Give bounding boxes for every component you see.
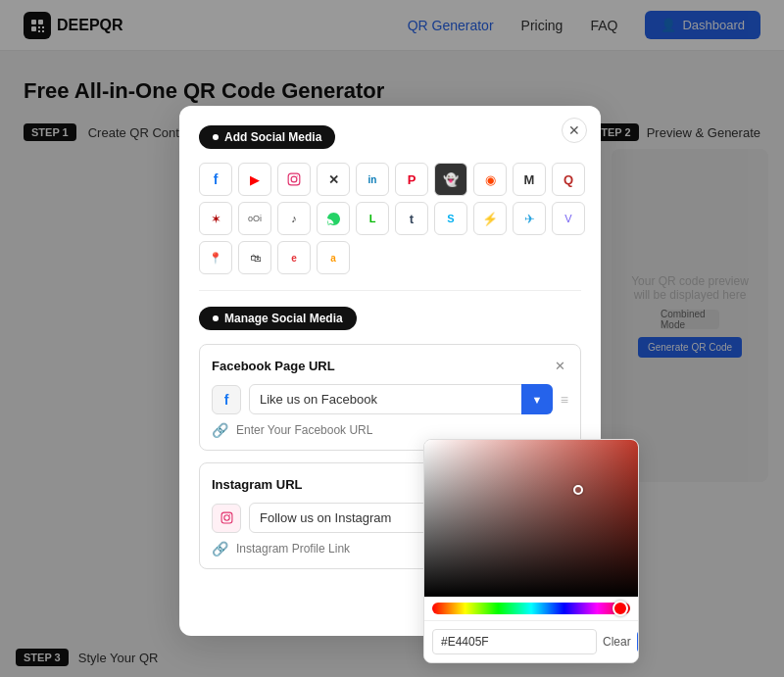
- svg-point-8: [291, 176, 297, 182]
- color-hex-input[interactable]: [432, 629, 597, 654]
- social-twitch-btn[interactable]: ⚡: [473, 202, 507, 235]
- social-x-btn[interactable]: ✕: [317, 163, 350, 196]
- facebook-select-wrapper: Like us on Facebook ▼: [249, 384, 553, 414]
- facebook-link-icon: 🔗: [212, 422, 228, 438]
- social-telegram-btn[interactable]: ✈: [513, 202, 546, 235]
- facebook-card-title: Facebook Page URL: [212, 359, 335, 373]
- header-dot: [213, 134, 219, 140]
- facebook-card-close[interactable]: ✕: [551, 357, 568, 374]
- facebook-drag-handle[interactable]: ≡: [561, 392, 568, 408]
- add-social-header: Add Social Media: [199, 125, 335, 149]
- instagram-link-icon: 🔗: [212, 541, 228, 556]
- svg-rect-7: [288, 173, 300, 185]
- facebook-card-header: Facebook Page URL ✕: [212, 357, 568, 374]
- social-reddit-btn[interactable]: ◉: [473, 163, 507, 196]
- social-skype-btn[interactable]: S: [434, 202, 467, 235]
- facebook-icon: f: [212, 385, 241, 414]
- social-medium-btn[interactable]: M: [513, 163, 546, 196]
- facebook-select[interactable]: Like us on Facebook: [249, 384, 553, 414]
- social-facebook-btn[interactable]: f: [199, 163, 232, 196]
- social-viber-btn[interactable]: V: [552, 202, 585, 235]
- svg-point-12: [228, 514, 229, 515]
- social-ebay-btn[interactable]: e: [277, 241, 311, 274]
- svg-point-9: [297, 175, 298, 176]
- social-ooh-btn[interactable]: oOi: [238, 202, 271, 235]
- svg-point-11: [223, 515, 228, 520]
- social-tumblr-btn[interactable]: t: [395, 202, 428, 235]
- social-tiktok-btn[interactable]: ♪: [277, 202, 311, 235]
- social-yelp-btn[interactable]: ✶: [199, 202, 232, 235]
- social-quora-btn[interactable]: Q: [552, 163, 585, 196]
- facebook-url-input[interactable]: [236, 423, 568, 437]
- facebook-url-row: 🔗: [212, 422, 568, 438]
- instagram-icon: [212, 504, 241, 533]
- manage-social-header: Manage Social Media: [199, 307, 357, 330]
- add-social-label: Add Social Media: [224, 130, 321, 144]
- color-gradient-area[interactable]: [424, 440, 638, 597]
- color-cursor: [573, 485, 583, 495]
- facebook-card: Facebook Page URL ✕ f Like us on Faceboo…: [199, 344, 581, 451]
- manage-header-dot: [213, 315, 219, 321]
- gradient-black: [424, 440, 638, 597]
- social-amazon-btn[interactable]: a: [317, 241, 350, 274]
- social-instagram-btn[interactable]: [277, 163, 311, 196]
- social-location-btn[interactable]: 📍: [199, 241, 232, 274]
- facebook-select-row: f Like us on Facebook ▼ ≡: [212, 384, 568, 414]
- hue-thumb: [612, 601, 628, 616]
- social-whatsapp-btn[interactable]: [317, 202, 350, 235]
- color-picker: Clear OK: [423, 439, 639, 663]
- social-linkedin-btn[interactable]: in: [356, 163, 389, 196]
- hue-slider-row: [424, 597, 638, 620]
- color-ok-button[interactable]: OK: [637, 631, 639, 653]
- color-bottom: Clear OK: [424, 620, 638, 662]
- social-snapchat-btn[interactable]: 👻: [434, 163, 467, 196]
- social-youtube-btn[interactable]: ▶: [238, 163, 271, 196]
- social-line-btn[interactable]: L: [356, 202, 389, 235]
- instagram-card-title: Instagram URL: [212, 477, 302, 492]
- svg-rect-10: [221, 512, 232, 523]
- manage-social-label: Manage Social Media: [224, 312, 343, 325]
- hue-slider[interactable]: [432, 603, 630, 614]
- modal-close-button[interactable]: ✕: [562, 118, 587, 143]
- social-shopify-btn[interactable]: 🛍: [238, 241, 271, 274]
- color-clear-button[interactable]: Clear: [603, 635, 631, 649]
- social-icons-grid: f ▶ ✕ in P 👻 ◉ M Q ✶ oOi ♪ L t S ⚡ ✈ V 📍…: [199, 163, 581, 274]
- social-pinterest-btn[interactable]: P: [395, 163, 428, 196]
